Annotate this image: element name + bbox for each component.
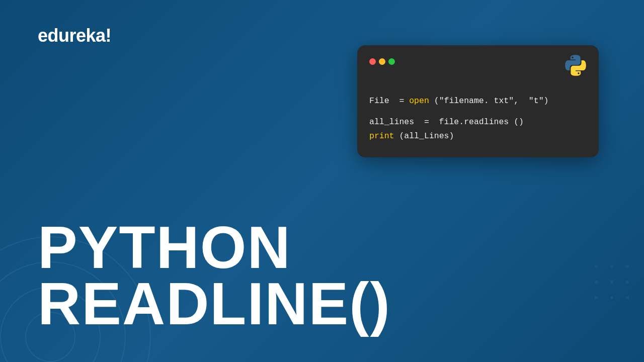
title-line-1: PYTHON (38, 219, 391, 276)
code-text: ("filename. txt", "t") (429, 96, 549, 106)
minimize-icon (379, 58, 385, 65)
code-text: (all_Lines) (394, 131, 454, 141)
main-title: PYTHON READLINE() (38, 219, 391, 332)
python-logo-icon (565, 54, 587, 76)
code-content: File = open ("filename. txt", "t") all_l… (369, 94, 587, 143)
window-controls (369, 58, 395, 65)
close-icon (369, 58, 376, 65)
code-snippet-card: File = open ("filename. txt", "t") all_l… (357, 45, 599, 157)
card-header (369, 54, 587, 76)
code-text: File = (369, 96, 409, 106)
edureka-logo: edureka! (38, 25, 111, 46)
decorative-dots (595, 265, 629, 312)
maximize-icon (388, 58, 395, 65)
code-line-3: print (all_Lines) (369, 129, 587, 143)
code-keyword-open: open (409, 96, 429, 106)
code-line-2: all_lines = file.readlines () (369, 115, 587, 129)
title-line-2: READLINE() (38, 276, 391, 332)
code-line-1: File = open ("filename. txt", "t") (369, 94, 587, 108)
code-keyword-print: print (369, 131, 394, 141)
